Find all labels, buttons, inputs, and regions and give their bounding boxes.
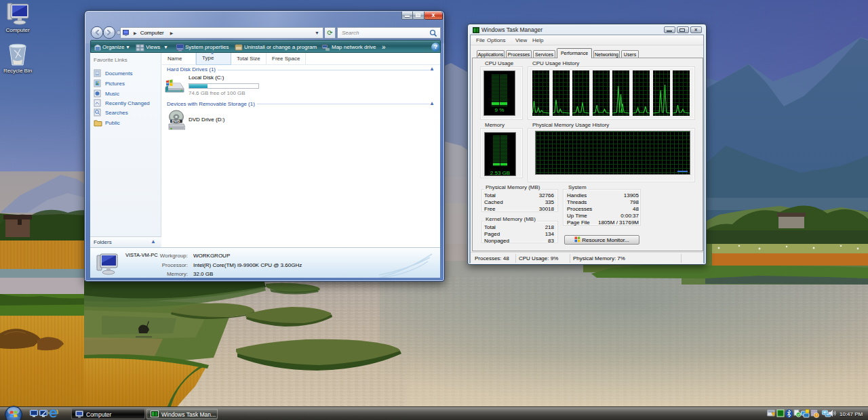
svg-text:DVD: DVD	[172, 119, 180, 123]
